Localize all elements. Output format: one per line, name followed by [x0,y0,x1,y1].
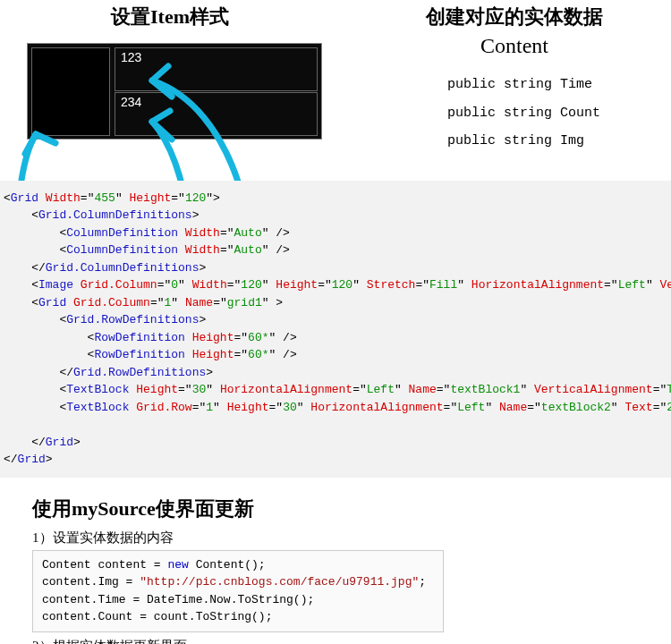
member-time: public string Time [447,71,662,99]
preview-cell-1: 123 [115,47,318,91]
class-members-list: public string Time public string Count p… [367,67,662,156]
item-preview: 123 234 [27,43,322,140]
step-1-label: 1）设置实体数据的内容 [32,530,671,547]
preview-cell-2: 234 [115,92,318,136]
member-count: public string Count [447,99,662,128]
heading-content-class: Content [367,34,662,58]
preview-image-placeholder [31,47,110,136]
member-img: public string Img [447,127,662,156]
heading-set-item-style: 设置Item样式 [9,2,331,39]
step-2-label: 2）根据实体数据更新界面 [32,638,671,645]
csharp-code-block: Content content = new Content(); content… [32,550,444,632]
heading-use-mysource: 使用mySource使界面更新 [32,496,671,522]
xaml-code-block: <Grid Width="455" Height="120"> <Grid.Co… [0,181,671,478]
